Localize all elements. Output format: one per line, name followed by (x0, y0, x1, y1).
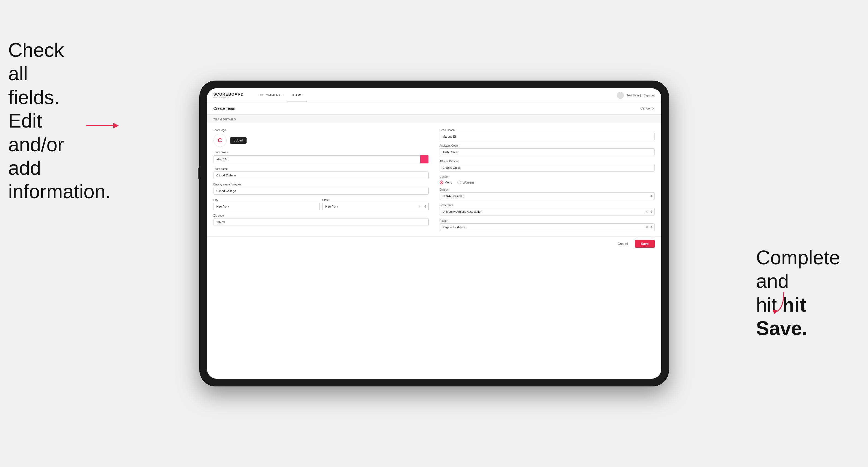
cancel-header-link[interactable]: Cancel ✕ (640, 106, 654, 111)
tablet-side-button (198, 168, 199, 179)
zip-input[interactable] (214, 218, 429, 226)
conference-input[interactable] (440, 208, 655, 216)
brand-title: SCOREBOARD (214, 92, 244, 96)
display-name-input[interactable] (214, 187, 429, 195)
annotation-line2: Edit and/or add (8, 110, 64, 179)
conference-select-wrap: ✕ (440, 208, 655, 216)
conference-label: Conference (440, 204, 655, 207)
svg-marker-1 (113, 123, 119, 128)
head-coach-label: Head Coach (440, 129, 655, 132)
gender-womens-label: Womens (463, 181, 474, 184)
nav-teams[interactable]: TEAMS (287, 88, 307, 102)
svg-marker-2 (772, 310, 777, 315)
tablet-frame: SCOREBOARD Powered by clippd TOURNAMENTS… (199, 81, 669, 386)
form-footer: Cancel Save (207, 237, 661, 251)
navbar: SCOREBOARD Powered by clippd TOURNAMENTS… (207, 88, 661, 102)
state-field: State ✕ (322, 198, 429, 210)
nav-links: TOURNAMENTS TEAMS (254, 88, 307, 102)
colour-field-wrap (214, 155, 429, 164)
assistant-coach-label: Assistant Coach (440, 144, 655, 147)
team-logo-label: Team logo (214, 129, 429, 132)
assistant-coach-field: Assistant Coach (440, 144, 655, 156)
gender-field: Gender Mens Womens (440, 175, 655, 184)
division-select-wrap (440, 192, 655, 200)
team-colour-input[interactable] (214, 155, 420, 163)
region-clear-icon[interactable]: ✕ (646, 225, 648, 229)
division-label: Division (440, 188, 655, 191)
gender-row: Mens Womens (440, 181, 655, 184)
save-button[interactable]: Save (635, 240, 654, 248)
form-title: Create Team (214, 106, 235, 111)
city-input[interactable] (214, 203, 320, 210)
conference-clear-icon[interactable]: ✕ (646, 210, 648, 214)
form-right: Head Coach Assistant Coach Athletic Dire… (440, 129, 655, 231)
display-name-field: Display name (unique) (214, 183, 429, 195)
cancel-button[interactable]: Cancel (613, 240, 632, 248)
user-avatar (617, 92, 624, 99)
nav-right: Test User | Sign out (617, 92, 655, 99)
team-name-field: Team name (214, 167, 429, 179)
upload-button[interactable]: Upload (230, 137, 247, 144)
brand: SCOREBOARD Powered by clippd (214, 92, 244, 98)
athletic-director-input[interactable] (440, 164, 655, 172)
colour-swatch[interactable] (420, 155, 429, 164)
gender-mens-radio[interactable] (440, 181, 443, 184)
region-select-wrap: ✕ (440, 223, 655, 231)
assistant-coach-input[interactable] (440, 148, 655, 156)
arrow-right-icon (763, 289, 796, 317)
gender-womens-option[interactable]: Womens (457, 181, 474, 184)
athletic-director-field: Athletic Director (440, 160, 655, 172)
state-clear-icon[interactable]: ✕ (418, 205, 421, 208)
logo-circle: C (214, 134, 227, 147)
zip-label: Zip code (214, 214, 429, 217)
section-label: TEAM DETAILS (207, 115, 661, 123)
sign-out-link[interactable]: Sign out (644, 94, 654, 97)
division-input[interactable] (440, 192, 655, 200)
gender-mens-option[interactable]: Mens (440, 181, 452, 184)
form-left: Team logo C Upload Team colour (214, 129, 429, 231)
region-field: Region ✕ (440, 219, 655, 231)
nav-tournaments[interactable]: TOURNAMENTS (254, 88, 287, 102)
city-label: City (214, 198, 320, 201)
user-label: Test User | (627, 94, 641, 97)
city-state-group: City State ✕ (214, 198, 429, 210)
city-state-row: City State ✕ (214, 198, 429, 210)
team-logo-area: C Upload (214, 134, 429, 147)
team-logo-field: Team logo C Upload (214, 129, 429, 147)
team-colour-field: Team colour (214, 151, 429, 164)
team-name-label: Team name (214, 167, 429, 170)
close-icon: ✕ (652, 106, 655, 111)
brand-sub: Powered by clippd (214, 96, 244, 98)
form-header: Create Team Cancel ✕ (207, 102, 661, 115)
city-field: City (214, 198, 320, 210)
state-label: State (322, 198, 429, 201)
logo-letter: C (218, 137, 222, 144)
gender-mens-label: Mens (445, 181, 452, 184)
cancel-header-label: Cancel (640, 106, 650, 110)
state-select-wrap: ✕ (322, 203, 429, 210)
head-coach-input[interactable] (440, 133, 655, 141)
form-body: Team logo C Upload Team colour (207, 123, 661, 237)
arrow-left-icon (86, 118, 119, 134)
tablet-screen: SCOREBOARD Powered by clippd TOURNAMENTS… (207, 88, 661, 379)
team-colour-label: Team colour (214, 151, 429, 154)
division-field: Division (440, 188, 655, 200)
gender-label: Gender (440, 175, 655, 178)
state-input[interactable] (322, 203, 429, 210)
conference-field: Conference ✕ (440, 204, 655, 216)
head-coach-field: Head Coach (440, 129, 655, 141)
team-name-input[interactable] (214, 172, 429, 179)
annotation-right-line1: Complete and (756, 247, 840, 292)
annotation-line3: information. (8, 181, 111, 203)
region-input[interactable] (440, 223, 655, 231)
zip-field: Zip code (214, 214, 429, 226)
annotation-left: Check all fields. Edit and/or add inform… (8, 38, 85, 204)
annotation-line1: Check all fields. (8, 39, 64, 108)
region-label: Region (440, 219, 655, 222)
athletic-director-label: Athletic Director (440, 160, 655, 163)
gender-womens-radio[interactable] (457, 181, 461, 184)
display-name-label: Display name (unique) (214, 183, 429, 186)
